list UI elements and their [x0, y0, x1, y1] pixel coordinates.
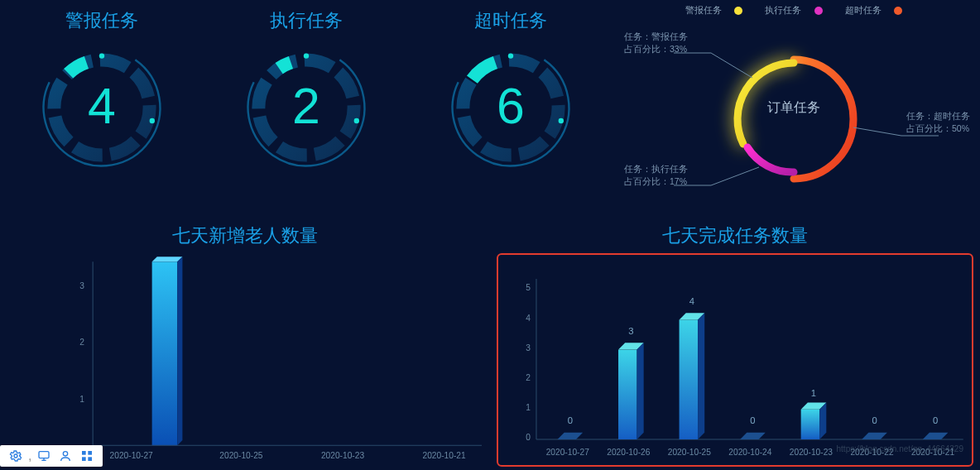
pie-callout-alarm: 任务：警报任务 占百分比：33% — [624, 31, 688, 55]
legend-exec-label: 执行任务 — [765, 5, 801, 15]
pie-slice-timeout — [794, 60, 853, 179]
svg-rect-38 — [89, 451, 93, 455]
legend-timeout-dot — [894, 7, 902, 15]
ly-tick-3: 3 — [79, 281, 84, 290]
rb1: 3 — [628, 326, 633, 336]
rb6: 0 — [933, 415, 938, 425]
svg-point-8 — [304, 53, 309, 58]
pie-callout-exec-l2: 占百分比：17% — [624, 175, 688, 188]
right-chart-area: 5 4 3 2 1 0 0 — [498, 253, 972, 467]
svg-rect-37 — [82, 451, 86, 455]
svg-point-36 — [64, 452, 68, 456]
ry-4: 4 — [526, 313, 531, 322]
svg-point-9 — [354, 118, 359, 123]
toolbar-gear-icon[interactable] — [7, 447, 25, 465]
gauge-alarm-value: 4 — [88, 78, 116, 134]
svg-rect-23 — [680, 319, 698, 439]
legend-timeout-label: 超时任务 — [845, 5, 882, 15]
legend-exec-dot — [814, 7, 823, 15]
pie-legend: 警报任务 执行任务 超时任务 — [616, 4, 972, 17]
watermark: https://blog.csdn.net/qq_44664329 — [837, 444, 963, 453]
ry-3: 3 — [526, 343, 531, 352]
pie-slice-exec — [747, 147, 794, 172]
gauge-exec: 执行任务 2 — [215, 8, 397, 207]
svg-marker-19 — [558, 433, 584, 439]
svg-marker-30 — [862, 433, 887, 439]
gauge-timeout-ring: 6 — [444, 41, 577, 174]
left-bar-top — [152, 257, 183, 261]
rx2: 2020-10-25 — [668, 448, 711, 457]
svg-point-3 — [99, 53, 104, 58]
gauges-row: 警报任务 4 执行任务 — [0, 8, 612, 207]
toolbar-grid-icon[interactable] — [78, 447, 96, 465]
pie-callout-timeout: 任务：超时任务 占百分比：50% — [906, 110, 970, 134]
pie-callout-exec-l1: 任务：执行任务 — [624, 163, 688, 175]
rx1: 2020-10-26 — [607, 448, 650, 457]
rb2: 4 — [689, 296, 694, 306]
lx-0: 2020-10-27 — [110, 451, 153, 460]
rb4: 1 — [811, 388, 816, 398]
rb0: 0 — [568, 415, 573, 425]
svg-point-32 — [14, 454, 17, 458]
svg-rect-33 — [39, 452, 49, 458]
left-chart-title: 七天新增老人数量 — [0, 223, 490, 248]
rx3: 2020-10-24 — [728, 448, 771, 457]
gauge-alarm: 警报任务 4 — [11, 8, 193, 207]
charts-row: 七天新增老人数量 3 2 — [0, 215, 980, 470]
svg-rect-39 — [82, 457, 86, 461]
svg-rect-27 — [801, 410, 819, 439]
right-chart-title: 七天完成任务数量 — [490, 223, 980, 248]
svg-rect-20 — [618, 350, 637, 439]
left-chart-svg: 3 2 1 2020-10-27 2020-10-25 2020-10-23 2… — [8, 253, 482, 467]
ry-2: 2 — [526, 373, 531, 382]
svg-marker-22 — [637, 343, 644, 439]
pie-chart: 警报任务 执行任务 超时任务 — [616, 4, 972, 211]
left-chart-area: 3 2 1 2020-10-27 2020-10-25 2020-10-23 2… — [8, 253, 482, 467]
pie-callout-alarm-l1: 任务：警报任务 — [624, 31, 688, 43]
toolbar-person-icon[interactable] — [56, 447, 74, 465]
right-chart-svg: 5 4 3 2 1 0 0 — [498, 253, 972, 467]
svg-marker-26 — [740, 433, 766, 439]
left-chart-panel: 七天新增老人数量 3 2 — [0, 215, 490, 470]
lx-3: 2020-10-21 — [423, 451, 466, 460]
svg-point-14 — [558, 118, 563, 123]
pie-callout-exec: 任务：执行任务 占百分比：17% — [624, 163, 688, 187]
legend-alarm-dot — [734, 7, 742, 15]
legend-alarm: 警报任务 — [680, 5, 747, 15]
svg-marker-25 — [698, 313, 704, 439]
gauge-timeout-value: 6 — [497, 78, 525, 134]
toolbar-sep: , — [28, 448, 31, 463]
gauge-timeout: 超时任务 6 — [420, 8, 602, 207]
pie-callout-timeout-l1: 任务：超时任务 — [906, 110, 970, 122]
dashboard-root: 警报任务 4 执行任务 — [0, 0, 980, 470]
rx4: 2020-10-23 — [790, 448, 833, 457]
gauge-exec-value: 2 — [292, 78, 320, 134]
bottom-toolbar: , — [0, 445, 103, 467]
gauge-exec-title: 执行任务 — [215, 8, 397, 33]
pie-callout-timeout-l2: 占百分比：50% — [906, 122, 970, 135]
lx-2: 2020-10-23 — [321, 451, 364, 460]
rb3: 0 — [750, 415, 755, 425]
rx0: 2020-10-27 — [546, 448, 589, 457]
legend-exec: 执行任务 — [760, 5, 827, 15]
ry-5: 5 — [526, 283, 531, 292]
ry-1: 1 — [526, 403, 531, 412]
lx-1: 2020-10-25 — [219, 451, 262, 460]
right-bars: 0 3 4 — [558, 296, 949, 439]
left-bar-side — [177, 257, 182, 445]
left-bar — [152, 261, 178, 445]
gauge-alarm-ring: 4 — [36, 41, 168, 174]
ly-tick-2: 2 — [79, 338, 84, 347]
ry-0: 0 — [526, 433, 531, 442]
pie-callout-alarm-l2: 占百分比：33% — [624, 43, 688, 55]
svg-marker-31 — [923, 433, 949, 439]
rb5: 0 — [872, 415, 877, 425]
svg-point-13 — [507, 53, 512, 58]
toolbar-monitor-icon[interactable] — [35, 447, 53, 465]
legend-alarm-label: 警报任务 — [685, 5, 722, 15]
gauge-alarm-title: 警报任务 — [11, 8, 193, 33]
legend-timeout: 超时任务 — [840, 5, 907, 15]
right-chart-panel: 七天完成任务数量 5 4 3 2 1 — [490, 215, 980, 470]
svg-rect-40 — [89, 457, 93, 461]
ly-tick-1: 1 — [79, 395, 84, 404]
